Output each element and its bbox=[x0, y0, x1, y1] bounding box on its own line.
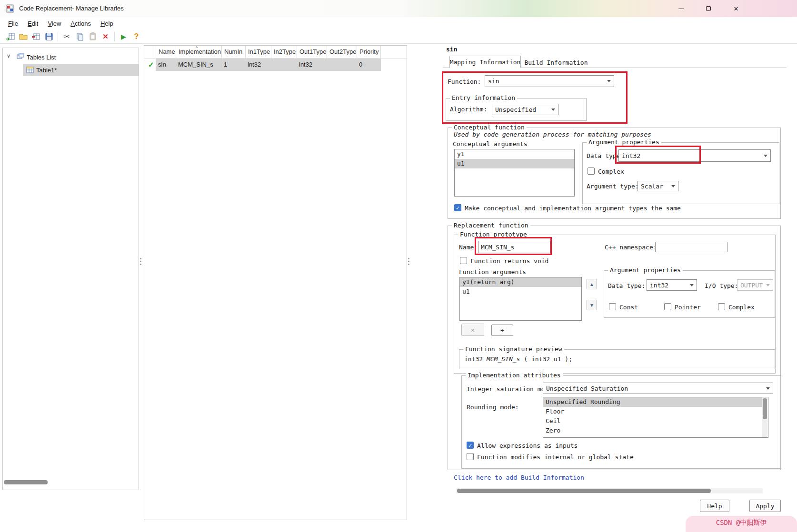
tree-root-label[interactable]: Tables List bbox=[27, 54, 56, 61]
saturation-mode-dropdown[interactable]: Unspecified Saturation bbox=[543, 383, 773, 394]
name-field[interactable]: MCM_SIN_s bbox=[478, 241, 550, 253]
namespace-field[interactable] bbox=[655, 242, 727, 252]
valid-check-icon: ✓ bbox=[146, 59, 154, 71]
io-type-label: I/O type: bbox=[705, 282, 738, 289]
toolbar-separator bbox=[58, 32, 58, 41]
copy-icon[interactable] bbox=[73, 31, 86, 42]
right-splitter-handle[interactable] bbox=[408, 258, 409, 265]
conceptual-data-type-dropdown[interactable]: int32 bbox=[618, 149, 771, 162]
cell-out1type: int32 bbox=[297, 59, 312, 71]
menu-help[interactable]: Help bbox=[96, 19, 118, 29]
list-item[interactable]: Zero bbox=[543, 426, 768, 435]
run-validate-icon[interactable]: ▶ bbox=[117, 31, 130, 42]
signature-text: int32 MCM_SIN_s ( int32 u1 ); bbox=[464, 355, 572, 363]
rounding-mode-listbox[interactable]: Unspecified Rounding Floor Ceil Zero bbox=[543, 397, 768, 438]
column-header-in2type[interactable]: In2Type bbox=[271, 46, 297, 58]
pointer-checkbox[interactable] bbox=[664, 303, 671, 310]
move-down-button[interactable]: ▼ bbox=[587, 300, 597, 310]
list-item[interactable]: u1 bbox=[455, 159, 574, 168]
delete-icon[interactable]: ✕ bbox=[99, 31, 112, 42]
save-icon[interactable] bbox=[42, 31, 55, 42]
list-item[interactable]: y1 bbox=[455, 149, 574, 159]
column-header-priority[interactable]: Priority bbox=[357, 46, 380, 58]
allow-expressions-checkbox[interactable]: ✓ bbox=[467, 442, 474, 449]
new-entry-icon[interactable] bbox=[30, 31, 42, 42]
cut-icon[interactable]: ✂ bbox=[60, 31, 73, 42]
rounding-scrollbar-thumb[interactable] bbox=[763, 398, 767, 419]
conceptual-arguments-listbox[interactable]: y1 u1 bbox=[454, 149, 575, 197]
const-checkbox[interactable] bbox=[609, 303, 616, 310]
conceptual-function-group: Conceptual function Used by code generat… bbox=[448, 128, 781, 219]
column-header-in1type[interactable]: In1Type bbox=[245, 46, 271, 58]
maximize-button[interactable] bbox=[697, 0, 719, 17]
modifies-state-label: Function modifies internal or global sta… bbox=[477, 453, 634, 461]
argument-type-dropdown[interactable]: Scalar bbox=[638, 181, 678, 191]
left-splitter-handle[interactable] bbox=[140, 258, 141, 265]
algorithm-dropdown[interactable]: Unspecified bbox=[492, 104, 558, 115]
tree-item-table1[interactable]: Table1* bbox=[23, 64, 139, 76]
returns-void-checkbox[interactable] bbox=[460, 257, 467, 264]
impl-data-type-dropdown[interactable]: int32 bbox=[647, 279, 697, 291]
function-arguments-listbox[interactable]: y1(return arg) u1 bbox=[459, 277, 582, 321]
column-header-name[interactable]: Name bbox=[156, 46, 176, 58]
column-header-out1type[interactable]: Out1Type bbox=[297, 46, 327, 58]
replacement-function-label: Replacement function bbox=[452, 222, 530, 229]
column-header-numin[interactable]: NumIn bbox=[221, 46, 245, 58]
add-argument-button[interactable]: + bbox=[491, 325, 513, 336]
modifies-state-checkbox[interactable] bbox=[467, 453, 474, 460]
add-build-information-link[interactable]: Click here to add Build Information bbox=[454, 474, 584, 481]
chevron-down-icon bbox=[766, 387, 770, 390]
help-button[interactable]: Help bbox=[700, 500, 729, 512]
app-icon bbox=[6, 4, 14, 14]
function-dropdown[interactable]: sin bbox=[485, 75, 614, 87]
menu-actions[interactable]: Actions bbox=[66, 19, 95, 29]
same-types-checkbox[interactable]: ✓ bbox=[454, 204, 461, 211]
list-item[interactable]: Floor bbox=[543, 407, 768, 416]
minimize-button[interactable] bbox=[670, 0, 692, 17]
same-types-label: Make conceptual and implementation argum… bbox=[465, 205, 681, 212]
tree-horizontal-scrollbar[interactable] bbox=[4, 480, 48, 484]
rounding-scrollbar-track[interactable] bbox=[762, 397, 768, 437]
name-label: Name: bbox=[459, 244, 478, 251]
function-prototype-group: Function prototype Name: MCM_SIN_s C++ n… bbox=[454, 235, 776, 374]
list-item[interactable]: Ceil bbox=[543, 416, 768, 426]
detail-scrollbar-track[interactable] bbox=[456, 488, 763, 493]
menu-view[interactable]: View bbox=[43, 19, 65, 29]
help-icon[interactable]: ? bbox=[130, 31, 143, 42]
chevron-down-icon[interactable]: ∨ bbox=[7, 53, 10, 59]
argument-type-label: Argument type: bbox=[587, 183, 639, 190]
implementation-attributes-group: Implementation attributes Integer satura… bbox=[461, 375, 781, 469]
column-header-implementation[interactable]: Implementation bbox=[176, 46, 221, 58]
list-item[interactable]: u1 bbox=[460, 287, 581, 296]
signature-post: ( int32 u1 ); bbox=[520, 355, 572, 363]
close-button[interactable]: ✕ bbox=[725, 0, 747, 17]
conceptual-function-label: Conceptual function bbox=[452, 124, 527, 131]
complex-checkbox[interactable] bbox=[588, 167, 595, 175]
menu-edit[interactable]: Edit bbox=[23, 19, 42, 29]
detail-scrollbar-thumb[interactable] bbox=[457, 489, 711, 493]
implementation-argument-properties-group: Argument properties Data type: int32 I/O… bbox=[604, 270, 775, 318]
remove-argument-button[interactable]: ✕ bbox=[461, 324, 484, 336]
paste-icon[interactable] bbox=[86, 31, 99, 42]
tab-build-information[interactable]: Build Information bbox=[523, 57, 589, 68]
tab-mapping-information[interactable]: Mapping Information bbox=[449, 56, 521, 68]
new-table-icon[interactable] bbox=[4, 31, 17, 42]
open-folder-icon[interactable] bbox=[17, 31, 30, 42]
menu-bar: File Edit View Actions Help bbox=[0, 17, 797, 30]
complex-label: Complex bbox=[728, 304, 755, 311]
menu-file[interactable]: File bbox=[4, 19, 22, 29]
io-type-value: OUTPUT bbox=[740, 282, 763, 289]
list-item[interactable]: Unspecified Rounding bbox=[543, 397, 762, 407]
io-type-dropdown[interactable]: OUTPUT bbox=[737, 279, 773, 291]
table-row[interactable]: ✓ sin MCM_SIN_s 1 int32 int32 0 bbox=[144, 59, 381, 71]
move-up-button[interactable]: ▲ bbox=[587, 279, 597, 289]
window-title: Code Replacement- Manage Libraries bbox=[19, 5, 124, 12]
list-item[interactable]: y1(return arg) bbox=[460, 277, 581, 287]
apply-button[interactable]: Apply bbox=[749, 500, 781, 512]
returns-void-label: Function returns void bbox=[470, 257, 548, 265]
maximize-icon bbox=[706, 6, 711, 11]
signature-function-name: MCM_SIN_s bbox=[487, 355, 520, 363]
complex-checkbox[interactable] bbox=[718, 303, 725, 310]
column-header-out2type[interactable]: Out2Type bbox=[327, 46, 357, 58]
detail-title: sin bbox=[446, 46, 457, 53]
